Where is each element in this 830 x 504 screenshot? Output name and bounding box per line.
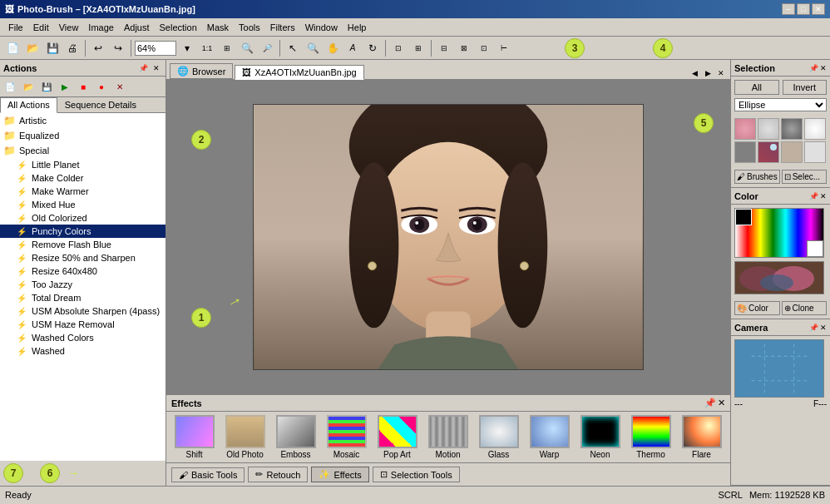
photo-canvas[interactable] (253, 104, 644, 370)
shape-pink[interactable] (734, 118, 756, 140)
list-item[interactable]: ⚡ Total Dream (0, 291, 166, 304)
color-texture-display[interactable]: Art-Paint (734, 261, 824, 294)
menu-view[interactable]: View (54, 21, 84, 34)
list-item[interactable]: ⚡ Too Jazzy (0, 278, 166, 291)
shape-texture4[interactable] (804, 141, 826, 163)
open-button[interactable]: 📂 (23, 39, 42, 57)
list-item[interactable]: ⚡ Washed Colors (0, 331, 166, 344)
menu-edit[interactable]: Edit (28, 21, 54, 34)
tool-b4[interactable]: ⊢ (495, 39, 513, 57)
print-button[interactable]: 🖨 (63, 39, 82, 57)
minimize-button[interactable]: – (782, 3, 795, 15)
menu-file[interactable]: File (3, 21, 28, 34)
effect-flare[interactable]: Flare (679, 415, 724, 459)
color-close[interactable]: ✕ (820, 192, 827, 200)
selection-close[interactable]: ✕ (820, 64, 827, 72)
effect-neon[interactable]: Neon (577, 415, 623, 459)
menu-image[interactable]: Image (83, 21, 119, 34)
bottom-tab-retouch[interactable]: ✏ Retouch (248, 467, 308, 482)
selection-invert-button[interactable]: Invert (783, 80, 828, 95)
list-item[interactable]: ⚡ Make Warmer (0, 185, 166, 198)
menu-filters[interactable]: Filters (265, 21, 300, 34)
tab-brushes[interactable]: 🖌 Brushes (734, 170, 780, 184)
text-tool[interactable]: A (343, 39, 362, 57)
tool-b2[interactable]: ⊠ (455, 39, 473, 57)
list-item[interactable]: ⚡ Washed (0, 344, 166, 358)
tab-prev[interactable]: ◀ (689, 67, 700, 79)
actions-record[interactable]: ● (93, 78, 110, 95)
shape-texture1[interactable] (734, 141, 756, 163)
actions-save[interactable]: 💾 (38, 78, 55, 95)
tab-image[interactable]: 🖼 XzA4OTIxMzUuanBn.jpg (235, 65, 363, 80)
foreground-color[interactable] (735, 209, 752, 225)
tab-sequence-details[interactable]: Sequence Details (57, 97, 144, 112)
zoom-out[interactable]: 🔎 (258, 39, 276, 57)
bottom-tab-selection[interactable]: ⊡ Selection Tools (373, 467, 460, 482)
actions-panel-close[interactable]: ✕ (151, 62, 162, 74)
close-button[interactable]: ✕ (812, 3, 825, 15)
selection-all-button[interactable]: All (734, 80, 779, 95)
effect-thermo[interactable]: Thermo (628, 415, 674, 459)
color-gradient-picker[interactable] (734, 208, 824, 258)
effects-close[interactable]: ✕ (718, 398, 725, 408)
color-pin[interactable]: 📌 (809, 192, 818, 200)
tab-clone[interactable]: ⊕ Clone (782, 301, 828, 315)
list-item[interactable]: 📁 Special (0, 143, 166, 158)
effects-pin[interactable]: 📌 (704, 398, 716, 408)
effect-motion[interactable]: Motion (425, 415, 471, 459)
list-item-punchy-colors[interactable]: ⚡ Punchy Colors (0, 225, 166, 238)
undo-button[interactable]: ↩ (89, 39, 107, 57)
tab-select[interactable]: ⊡ Selec... (782, 170, 827, 184)
menu-tools[interactable]: Tools (234, 21, 265, 34)
effect-oldphoto[interactable]: Old Photo (222, 415, 268, 459)
list-item[interactable]: ⚡ Resize 50% and Sharpen (0, 251, 166, 264)
list-item[interactable]: 📁 Equalized (0, 128, 166, 143)
effect-emboss[interactable]: Emboss (273, 415, 319, 459)
actions-panel-pin[interactable]: 📌 (137, 62, 149, 74)
menu-mask[interactable]: Mask (202, 21, 234, 34)
menu-adjust[interactable]: Adjust (119, 21, 155, 34)
hand-tool[interactable]: ✋ (324, 39, 342, 57)
rotate-tool[interactable]: ↻ (363, 39, 382, 57)
tab-next[interactable]: ▶ (702, 67, 714, 79)
camera-close[interactable]: ✕ (820, 324, 827, 332)
list-item[interactable]: ⚡ USM Absolute Sharpen (4pass) (0, 304, 166, 318)
shape-select[interactable]: Ellipse Rectangle Lasso (734, 98, 827, 111)
list-item[interactable]: ⚡ USM Haze Removal (0, 318, 166, 331)
list-item[interactable]: ⚡ Remove Flash Blue (0, 238, 166, 251)
tab-browser[interactable]: 🌐 Browser (170, 63, 233, 79)
maximize-button[interactable]: □ (797, 3, 810, 15)
effect-shift[interactable]: Shift (171, 415, 217, 459)
transform-tool[interactable]: ⊞ (409, 39, 427, 57)
actions-new[interactable]: 📄 (2, 78, 18, 95)
menu-help[interactable]: Help (343, 21, 372, 34)
effect-glass[interactable]: Glass (476, 415, 521, 459)
shape-texture2[interactable] (758, 141, 779, 163)
actions-play[interactable]: ▶ (57, 78, 73, 95)
tab-all-actions[interactable]: All Actions (0, 97, 57, 113)
shape-gray[interactable] (758, 118, 779, 140)
background-color[interactable] (807, 240, 823, 257)
list-item[interactable]: ⚡ Resize 640x480 (0, 264, 166, 278)
zoom-dropdown[interactable]: ▾ (178, 39, 196, 57)
zoom-in[interactable]: 🔍 (238, 39, 256, 57)
list-item[interactable]: ⚡ Old Colorized (0, 211, 166, 225)
actions-stop[interactable]: ■ (75, 78, 91, 95)
bottom-tab-effects[interactable]: ✨ Effects (311, 467, 368, 482)
menu-window[interactable]: Window (300, 21, 343, 34)
effect-popart[interactable]: Pop Art (374, 415, 420, 459)
tab-close[interactable]: ✕ (715, 67, 727, 79)
tab-color[interactable]: 🎨 Color (734, 301, 780, 315)
selection-pin[interactable]: 📌 (809, 64, 818, 72)
menu-selection[interactable]: Selection (155, 21, 202, 34)
shape-white[interactable] (804, 118, 826, 140)
list-item[interactable]: 📁 Artistic (0, 113, 166, 128)
zoom-1to1[interactable]: 1:1 (198, 39, 216, 57)
list-item[interactable]: ⚡ Mixed Hue (0, 198, 166, 211)
effect-warp[interactable]: Warp (526, 415, 572, 459)
tool-b3[interactable]: ⊡ (475, 39, 493, 57)
save-button[interactable]: 💾 (43, 39, 62, 57)
list-item[interactable]: ⚡ Little Planet (0, 158, 166, 171)
search-tool[interactable]: 🔍 (304, 39, 322, 57)
tool-b1[interactable]: ⊟ (435, 39, 453, 57)
